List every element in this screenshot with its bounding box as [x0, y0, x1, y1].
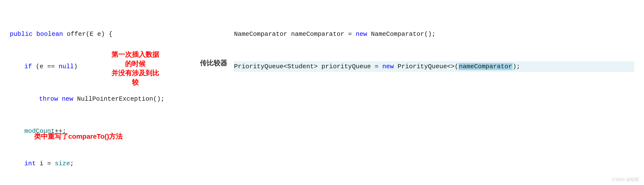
annotation-comparator: 传比较器	[200, 58, 227, 68]
right-code-line-1: NameComparator nameComparator = new Name…	[234, 29, 634, 40]
right-panel: NameComparator nameComparator = new Name…	[161, 5, 634, 180]
annotation-line2: 并没有涉及到比较	[110, 68, 161, 87]
right-code-block: NameComparator nameComparator = new Name…	[234, 7, 634, 94]
code-line-3: throw new NullPointerException();	[10, 94, 161, 104]
right-code-line-2: PriorityQueue<Student> priorityQueue = n…	[234, 61, 634, 72]
watermark: CSDN @昭昭	[612, 177, 639, 182]
left-panel: public boolean offer(E e) { if (e == nul…	[10, 5, 161, 180]
annotation-line1: 第一次插入数据的时候	[110, 50, 161, 68]
left-code-block: public boolean offer(E e) { if (e == nul…	[10, 7, 161, 185]
annotation-first-insert: 第一次插入数据的时候 并没有涉及到比较	[110, 50, 161, 87]
code-line-5: int i = size;	[10, 158, 161, 169]
main-container: public boolean offer(E e) { if (e == nul…	[0, 0, 644, 185]
code-line-1: public boolean offer(E e) {	[10, 29, 161, 40]
annotation-compare-to: 类中重写了compareTo()方法	[34, 132, 123, 141]
